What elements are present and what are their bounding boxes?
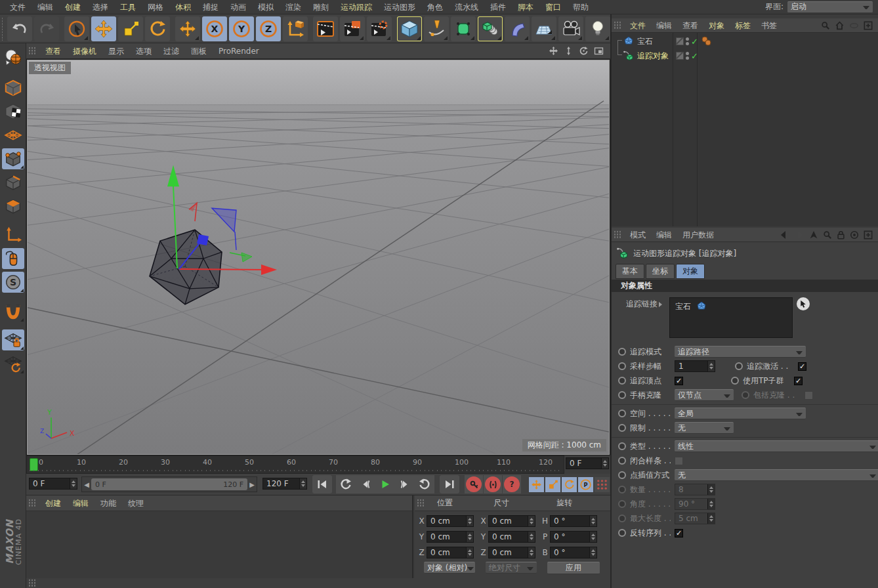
anim-dot[interactable] [618,377,626,385]
coords-mode-dropdown[interactable]: 对象 (相对) [424,562,475,574]
interpolation-dropdown[interactable]: 无 [675,469,878,481]
vp-menu-view[interactable]: 查看 [39,43,67,59]
object-properties-header[interactable]: 对象属性 [612,280,878,292]
object-toggles[interactable]: ✓ [676,37,698,47]
menu-snap[interactable]: 捕捉 [197,0,224,14]
workplane-mode-button[interactable] [2,125,24,146]
menu-mesh[interactable]: 网格 [142,0,169,14]
om-menu-grip[interactable] [614,21,621,30]
viewport[interactable]: Y X Z 透视视图 网格间距 : 1000 cm [26,59,610,455]
next-frame-button[interactable] [395,475,415,494]
record-keyframe-button[interactable] [465,475,483,494]
vp-menu-panel[interactable]: 面板 [185,43,213,59]
object-manager-tree[interactable]: 宝石 ✓ 追踪对象 ✓ [612,33,878,226]
range-bar[interactable]: 0 F 120 F [91,478,247,490]
type-dropdown[interactable]: 线性 [675,440,878,452]
key-position-toggle[interactable] [529,477,544,492]
mograph-cloner-button[interactable] [478,16,503,41]
current-frame-field[interactable]: 0 F [566,457,609,469]
enable-axis-button[interactable] [2,224,24,245]
search-icon[interactable] [821,21,830,30]
bend-deformer-button[interactable] [505,16,530,41]
menu-select[interactable]: 选择 [87,0,114,14]
lock-y-axis-button[interactable]: Y [229,16,254,41]
interface-dropdown[interactable]: 启动 [787,1,873,13]
menu-volume[interactable]: 体积 [169,0,197,14]
viewport-menu-grip[interactable] [28,47,36,55]
anim-dot[interactable] [618,410,626,417]
rot-h-field[interactable]: 0 ° [550,515,597,527]
texture-mode-button[interactable] [2,101,24,122]
size-y-field[interactable]: 0 cm [488,531,535,543]
menu-create[interactable]: 创建 [59,0,87,14]
new-panel-icon[interactable] [864,21,873,30]
am-menu-mode[interactable]: 模式 [625,228,651,242]
enabled-check-icon[interactable]: ✓ [691,37,698,47]
am-menu-edit[interactable]: 编辑 [651,228,677,242]
om-menu-tags[interactable]: 标签 [730,18,756,33]
redo-button[interactable] [34,16,59,41]
key-scale-toggle[interactable] [545,477,560,492]
anim-dot[interactable] [618,471,626,479]
size-x-field[interactable]: 0 cm [488,515,535,527]
view-label[interactable]: 透视视图 [29,62,71,74]
menu-window[interactable]: 窗口 [539,0,567,14]
layer-swatch[interactable] [676,52,684,60]
menu-tools[interactable]: 工具 [114,0,142,14]
stepper-icon[interactable] [299,478,306,489]
trace-link-field[interactable]: 宝石 [669,297,793,338]
menu-character[interactable]: 角色 [421,0,449,14]
menu-motion-tracker[interactable]: 运动跟踪 [335,0,378,14]
limit-dropdown[interactable]: 无 [675,422,734,434]
eye-icon[interactable] [849,22,859,30]
rot-b-field[interactable]: 0 ° [550,547,597,558]
goto-start-button[interactable] [312,475,332,494]
menu-pipeline[interactable]: 流水线 [449,0,484,14]
render-settings-button[interactable] [367,16,392,41]
workplane-rotate-button[interactable] [2,353,24,374]
preview-range-slider[interactable]: ◀ 0 F 120 F ▶ [81,476,257,492]
menu-animate[interactable]: 动画 [224,0,252,14]
live-selection-button[interactable] [64,16,89,41]
handle-clones-dropdown[interactable]: 仅节点 [675,389,734,401]
mat-menu-texture[interactable]: 纹理 [122,496,150,511]
sample-step-field[interactable]: 1 [675,360,715,372]
menu-file[interactable]: 文件 [4,0,31,14]
apply-button[interactable]: 应用 [547,562,600,574]
tab-basic[interactable]: 基本 [616,264,644,279]
pos-x-field[interactable]: 0 cm [427,515,474,527]
vp-menu-filter[interactable]: 过滤 [157,43,185,59]
timeline-scrubber[interactable] [30,458,38,471]
anim-dot[interactable] [618,391,626,399]
workplane-lock-button[interactable] [2,329,24,350]
material-list-area[interactable] [26,511,412,578]
object-name[interactable]: 追踪对象 [634,51,669,62]
add-cube-primitive-button[interactable] [397,16,422,41]
key-pla-toggle[interactable] [595,477,610,492]
model-mode-button[interactable] [2,77,24,98]
reverse-sequence-checkbox[interactable] [675,529,683,537]
play-backwards-button[interactable] [336,475,356,494]
anim-dot[interactable] [618,424,626,432]
edges-mode-button[interactable] [2,172,24,193]
om-menu-bookmarks[interactable]: 书签 [756,18,782,33]
soft-selection-button[interactable]: S [2,272,24,293]
lock-icon[interactable] [837,230,845,240]
points-mode-button[interactable] [2,148,24,169]
om-menu-objects[interactable]: 对象 [703,18,730,33]
key-parameter-toggle[interactable]: P [578,477,593,492]
close-spline-checkbox[interactable] [675,457,683,465]
move-global-button[interactable] [175,16,200,41]
stepper-icon[interactable] [70,478,77,489]
status-grip[interactable] [28,579,36,587]
tab-coordinates[interactable]: 坐标 [646,264,675,279]
visibility-dots[interactable] [686,52,689,60]
new-panel-icon[interactable] [864,230,873,240]
anim-dot[interactable] [618,348,626,356]
frame-end-field[interactable]: 120 F [262,478,307,490]
snap-toggle-button[interactable] [2,301,24,322]
anim-dot[interactable] [618,529,626,537]
menu-help[interactable]: 帮助 [567,0,595,14]
play-button[interactable] [375,475,395,494]
pos-z-field[interactable]: 0 cm [427,547,474,558]
